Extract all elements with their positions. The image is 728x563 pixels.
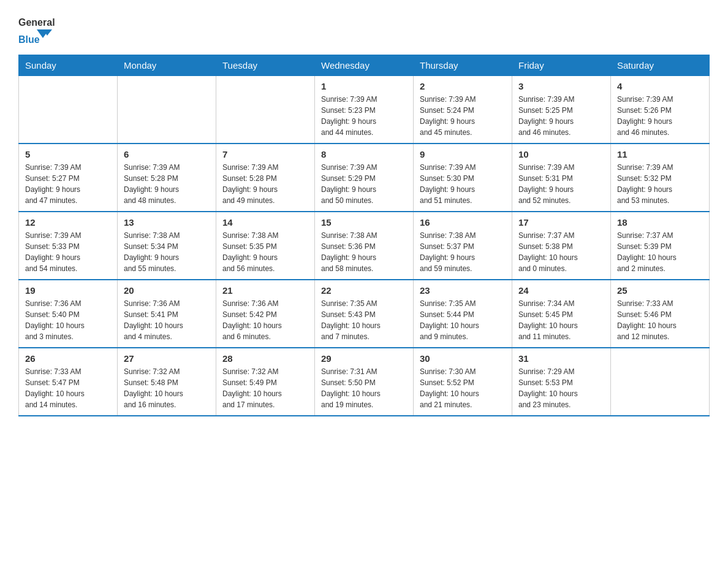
day-info: Sunrise: 7:39 AM Sunset: 5:29 PM Dayligh…	[321, 162, 407, 206]
day-number: 21	[222, 285, 308, 296]
calendar-week-row: 1Sunrise: 7:39 AM Sunset: 5:23 PM Daylig…	[19, 76, 710, 144]
day-info: Sunrise: 7:39 AM Sunset: 5:32 PM Dayligh…	[617, 162, 703, 206]
logo: General Blue	[18, 12, 55, 48]
calendar-cell: 2Sunrise: 7:39 AM Sunset: 5:24 PM Daylig…	[414, 76, 512, 144]
day-number: 2	[420, 81, 506, 91]
day-info: Sunrise: 7:38 AM Sunset: 5:35 PM Dayligh…	[222, 230, 308, 274]
calendar-cell: 8Sunrise: 7:39 AM Sunset: 5:29 PM Daylig…	[315, 144, 414, 212]
calendar-day-header: Tuesday	[216, 55, 315, 76]
calendar-week-row: 5Sunrise: 7:39 AM Sunset: 5:27 PM Daylig…	[19, 144, 710, 212]
calendar-day-header: Friday	[512, 55, 611, 76]
calendar-cell: 12Sunrise: 7:39 AM Sunset: 5:33 PM Dayli…	[19, 212, 118, 280]
day-info: Sunrise: 7:30 AM Sunset: 5:52 PM Dayligh…	[420, 366, 506, 410]
calendar-cell: 24Sunrise: 7:34 AM Sunset: 5:45 PM Dayli…	[512, 280, 611, 348]
day-number: 24	[518, 285, 604, 296]
calendar-cell: 1Sunrise: 7:39 AM Sunset: 5:23 PM Daylig…	[315, 76, 414, 144]
calendar-cell: 26Sunrise: 7:33 AM Sunset: 5:47 PM Dayli…	[19, 348, 118, 416]
day-number: 26	[25, 353, 111, 364]
calendar-cell: 15Sunrise: 7:38 AM Sunset: 5:36 PM Dayli…	[315, 212, 414, 280]
calendar-cell: 14Sunrise: 7:38 AM Sunset: 5:35 PM Dayli…	[216, 212, 315, 280]
day-info: Sunrise: 7:39 AM Sunset: 5:28 PM Dayligh…	[222, 162, 308, 206]
calendar-day-header: Thursday	[414, 55, 512, 76]
day-info: Sunrise: 7:32 AM Sunset: 5:49 PM Dayligh…	[222, 366, 308, 410]
day-info: Sunrise: 7:31 AM Sunset: 5:50 PM Dayligh…	[321, 366, 407, 410]
calendar-cell: 16Sunrise: 7:38 AM Sunset: 5:37 PM Dayli…	[414, 212, 512, 280]
calendar-cell	[118, 76, 216, 144]
calendar-cell: 20Sunrise: 7:36 AM Sunset: 5:41 PM Dayli…	[118, 280, 216, 348]
day-number: 29	[321, 353, 407, 364]
calendar-day-header: Monday	[118, 55, 216, 76]
logo-icon: General Blue	[18, 12, 55, 46]
day-info: Sunrise: 7:36 AM Sunset: 5:42 PM Dayligh…	[222, 298, 308, 342]
calendar-cell: 22Sunrise: 7:35 AM Sunset: 5:43 PM Dayli…	[315, 280, 414, 348]
day-info: Sunrise: 7:36 AM Sunset: 5:40 PM Dayligh…	[25, 298, 111, 342]
day-number: 4	[617, 81, 703, 91]
day-info: Sunrise: 7:36 AM Sunset: 5:41 PM Dayligh…	[124, 298, 210, 342]
day-number: 27	[124, 353, 210, 364]
day-number: 14	[222, 217, 308, 228]
day-info: Sunrise: 7:39 AM Sunset: 5:23 PM Dayligh…	[321, 94, 407, 138]
day-info: Sunrise: 7:29 AM Sunset: 5:53 PM Dayligh…	[518, 366, 604, 410]
day-number: 19	[25, 285, 111, 296]
day-info: Sunrise: 7:38 AM Sunset: 5:36 PM Dayligh…	[321, 230, 407, 274]
calendar-week-row: 12Sunrise: 7:39 AM Sunset: 5:33 PM Dayli…	[19, 212, 710, 280]
day-number: 30	[420, 353, 506, 364]
calendar-cell: 17Sunrise: 7:37 AM Sunset: 5:38 PM Dayli…	[512, 212, 611, 280]
day-number: 1	[321, 81, 407, 91]
calendar-cell: 28Sunrise: 7:32 AM Sunset: 5:49 PM Dayli…	[216, 348, 315, 416]
calendar-cell: 5Sunrise: 7:39 AM Sunset: 5:27 PM Daylig…	[19, 144, 118, 212]
day-info: Sunrise: 7:35 AM Sunset: 5:43 PM Dayligh…	[321, 298, 407, 342]
day-info: Sunrise: 7:39 AM Sunset: 5:27 PM Dayligh…	[25, 162, 111, 206]
calendar-cell	[19, 76, 118, 144]
day-number: 28	[222, 353, 308, 364]
day-number: 16	[420, 217, 506, 228]
calendar-header-row: SundayMondayTuesdayWednesdayThursdayFrid…	[19, 55, 710, 76]
day-info: Sunrise: 7:39 AM Sunset: 5:31 PM Dayligh…	[518, 162, 604, 206]
day-number: 11	[617, 149, 703, 159]
day-info: Sunrise: 7:33 AM Sunset: 5:46 PM Dayligh…	[617, 298, 703, 342]
calendar-cell: 25Sunrise: 7:33 AM Sunset: 5:46 PM Dayli…	[611, 280, 710, 348]
day-info: Sunrise: 7:39 AM Sunset: 5:28 PM Dayligh…	[124, 162, 210, 206]
svg-text:General: General	[18, 17, 55, 28]
calendar-cell: 4Sunrise: 7:39 AM Sunset: 5:26 PM Daylig…	[611, 76, 710, 144]
calendar-cell: 23Sunrise: 7:35 AM Sunset: 5:44 PM Dayli…	[414, 280, 512, 348]
day-number: 7	[222, 149, 308, 159]
day-number: 22	[321, 285, 407, 296]
day-info: Sunrise: 7:35 AM Sunset: 5:44 PM Dayligh…	[420, 298, 506, 342]
day-number: 6	[124, 149, 210, 159]
day-number: 23	[420, 285, 506, 296]
day-number: 31	[518, 353, 604, 364]
calendar-day-header: Saturday	[611, 55, 710, 76]
day-number: 20	[124, 285, 210, 296]
svg-text:Blue: Blue	[18, 34, 40, 45]
day-number: 25	[617, 285, 703, 296]
calendar-cell: 7Sunrise: 7:39 AM Sunset: 5:28 PM Daylig…	[216, 144, 315, 212]
day-info: Sunrise: 7:33 AM Sunset: 5:47 PM Dayligh…	[25, 366, 111, 410]
calendar-cell: 10Sunrise: 7:39 AM Sunset: 5:31 PM Dayli…	[512, 144, 611, 212]
calendar-cell: 18Sunrise: 7:37 AM Sunset: 5:39 PM Dayli…	[611, 212, 710, 280]
day-info: Sunrise: 7:38 AM Sunset: 5:37 PM Dayligh…	[420, 230, 506, 274]
day-number: 15	[321, 217, 407, 228]
calendar-week-row: 26Sunrise: 7:33 AM Sunset: 5:47 PM Dayli…	[19, 348, 710, 416]
calendar-day-header: Wednesday	[315, 55, 414, 76]
day-info: Sunrise: 7:34 AM Sunset: 5:45 PM Dayligh…	[518, 298, 604, 342]
day-info: Sunrise: 7:39 AM Sunset: 5:30 PM Dayligh…	[420, 162, 506, 206]
calendar-cell: 21Sunrise: 7:36 AM Sunset: 5:42 PM Dayli…	[216, 280, 315, 348]
day-number: 5	[25, 149, 111, 159]
day-number: 10	[518, 149, 604, 159]
day-number: 18	[617, 217, 703, 228]
calendar-cell: 3Sunrise: 7:39 AM Sunset: 5:25 PM Daylig…	[512, 76, 611, 144]
calendar-table: SundayMondayTuesdayWednesdayThursdayFrid…	[18, 55, 710, 416]
day-number: 12	[25, 217, 111, 228]
day-info: Sunrise: 7:37 AM Sunset: 5:39 PM Dayligh…	[617, 230, 703, 274]
calendar-cell: 30Sunrise: 7:30 AM Sunset: 5:52 PM Dayli…	[414, 348, 512, 416]
day-number: 17	[518, 217, 604, 228]
day-number: 8	[321, 149, 407, 159]
calendar-cell: 29Sunrise: 7:31 AM Sunset: 5:50 PM Dayli…	[315, 348, 414, 416]
day-info: Sunrise: 7:38 AM Sunset: 5:34 PM Dayligh…	[124, 230, 210, 274]
day-info: Sunrise: 7:39 AM Sunset: 5:25 PM Dayligh…	[518, 94, 604, 138]
calendar-cell: 6Sunrise: 7:39 AM Sunset: 5:28 PM Daylig…	[118, 144, 216, 212]
day-number: 13	[124, 217, 210, 228]
calendar-cell: 27Sunrise: 7:32 AM Sunset: 5:48 PM Dayli…	[118, 348, 216, 416]
calendar-day-header: Sunday	[19, 55, 118, 76]
